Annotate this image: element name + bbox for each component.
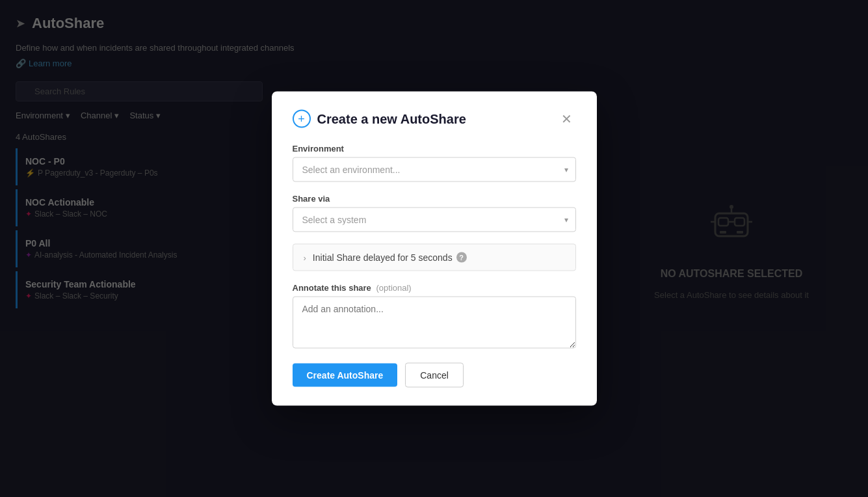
environment-select[interactable]: Select an environment... xyxy=(293,157,576,182)
environment-section: Environment Select an environment... ▾ xyxy=(293,144,576,182)
create-autoshare-modal: + Create a new AutoShare ✕ Environment S… xyxy=(272,92,597,406)
annotation-label: Annotate this share (optional) xyxy=(293,283,576,293)
environment-select-wrapper: Select an environment... ▾ xyxy=(293,157,576,182)
help-icon: ? xyxy=(456,252,467,263)
create-autoshare-button[interactable]: Create AutoShare xyxy=(293,364,398,387)
share-via-section: Share via Select a system ▾ xyxy=(293,194,576,232)
modal-header: + Create a new AutoShare ✕ xyxy=(293,110,576,128)
collapsible-label: Initial Share delayed for 5 seconds ? xyxy=(313,252,467,263)
modal-close-button[interactable]: ✕ xyxy=(557,110,576,128)
environment-label: Environment xyxy=(293,144,576,154)
share-via-label: Share via xyxy=(293,194,576,204)
share-via-select-wrapper: Select a system ▾ xyxy=(293,208,576,232)
annotation-textarea[interactable] xyxy=(293,297,576,349)
plus-circle-icon: + xyxy=(293,110,311,128)
annotation-section: Annotate this share (optional) xyxy=(293,283,576,351)
cancel-button[interactable]: Cancel xyxy=(405,363,464,388)
initial-share-collapsible[interactable]: › Initial Share delayed for 5 seconds ? xyxy=(293,244,576,271)
modal-footer: Create AutoShare Cancel xyxy=(293,363,576,388)
modal-title: Create a new AutoShare xyxy=(317,111,466,126)
share-via-select[interactable]: Select a system xyxy=(293,208,576,232)
modal-title-row: + Create a new AutoShare xyxy=(293,110,466,128)
chevron-right-icon: › xyxy=(304,252,306,262)
